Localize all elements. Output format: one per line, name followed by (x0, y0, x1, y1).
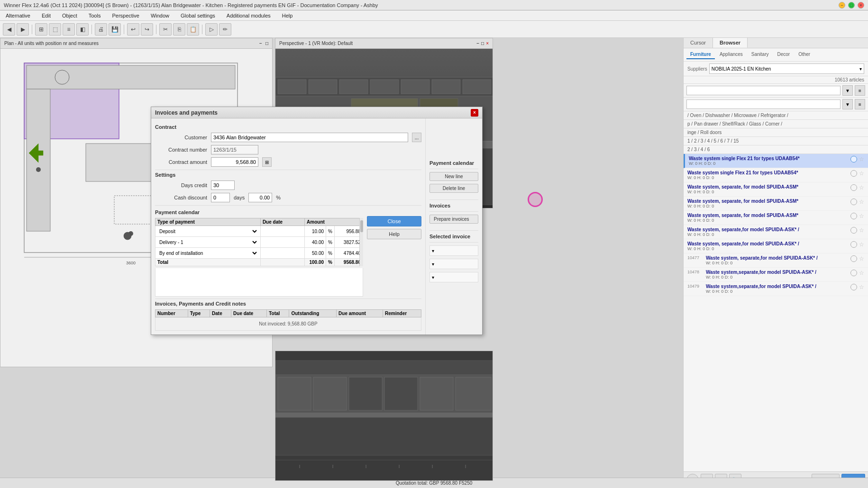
cut-button[interactable]: ✂ (159, 23, 172, 36)
dialog-close-button[interactable]: × (471, 109, 478, 117)
article-star-5[interactable]: ☆ (859, 213, 864, 219)
save-button[interactable]: 💾 (109, 23, 121, 36)
article-star-3[interactable]: ☆ (859, 184, 864, 191)
persp-close-btn[interactable]: × (486, 41, 489, 46)
payment-amount-2[interactable]: 3827.52 (335, 237, 363, 248)
paste-button[interactable]: 📋 (187, 23, 199, 36)
maximize-button[interactable]: □ (848, 2, 855, 9)
supplier-dropdown[interactable]: NOBILIA 2025-1 EN Kitchen ▾ (709, 63, 864, 74)
persp-minimize-btn[interactable]: − (476, 41, 479, 46)
payment-type-installation[interactable]: By end of installation (155, 248, 261, 259)
page-nav-1[interactable]: 1 / 2 / 3 / 4 / 5 / 6 / 7 / 15 (684, 137, 868, 145)
list-item-8[interactable]: 10477 Waste system, separate,for model S… (684, 253, 868, 268)
3d-view-button[interactable]: ⬚ (49, 23, 61, 36)
article-star-1[interactable]: ☆ (859, 156, 864, 163)
article-select-5[interactable] (850, 213, 857, 219)
breadcrumb-2[interactable]: p / Pan drawer / Shelf/Rack / Glass / Co… (684, 120, 868, 128)
payment-type-delivery[interactable]: Delivery - 1 (155, 237, 261, 248)
payment-pct-2[interactable]: 40.00 (305, 237, 326, 248)
list-item-10[interactable]: 10479 Waste system,separate,for model SP… (684, 282, 868, 296)
delete-line-button[interactable]: Delete line (429, 184, 478, 193)
selected-inv-dropdown-1[interactable]: ▾ (429, 245, 478, 256)
payment-type-select-2[interactable]: Delivery - 1 (157, 238, 258, 246)
selected-inv-dropdown-3[interactable]: ▾ (429, 272, 478, 282)
plan-view-button[interactable]: ⊞ (35, 23, 47, 36)
payment-pct-1[interactable]: 10.00 (305, 226, 326, 237)
payment-due-date-1[interactable] (260, 226, 304, 237)
article-select-9[interactable] (850, 270, 857, 276)
persp-title-btns[interactable]: − □ × (476, 41, 489, 46)
article-select-6[interactable] (850, 227, 857, 234)
menu-tools[interactable]: Tools (87, 12, 103, 19)
cat-tab-furniture[interactable]: Furniture (686, 50, 715, 59)
prepare-invoices-button[interactable]: Prepare invoices (429, 215, 478, 224)
selected-inv-dropdown-2[interactable]: ▾ (429, 259, 478, 269)
elevation-button[interactable]: ≡ (63, 23, 75, 36)
list-item-9[interactable]: 10478 Waste system,separate,for model SP… (684, 268, 868, 282)
tab-browser[interactable]: Browser (713, 38, 748, 48)
back-button[interactable]: ◀ (3, 23, 15, 36)
breadcrumb-3[interactable]: inge / Roll doors (684, 128, 868, 137)
days-credit-input[interactable] (211, 181, 235, 190)
filter-btn-2[interactable]: ▼ (842, 99, 853, 109)
minimize-button[interactable]: − (839, 2, 845, 9)
payment-due-date-2[interactable] (260, 237, 304, 248)
cat-tab-decor[interactable]: Decor (774, 50, 794, 59)
payment-amount-1[interactable]: 956.88 (335, 226, 363, 237)
plan-minimize-btn[interactable]: − (259, 41, 262, 46)
print-button[interactable]: 🖨 (95, 23, 107, 36)
list-item-1[interactable]: Waste system single Flex 21 for types UD… (684, 154, 868, 168)
filter-icon-btn-1[interactable]: ≡ (855, 85, 865, 96)
undo-button[interactable]: ↩ (127, 23, 139, 36)
menu-object[interactable]: Object (60, 12, 79, 19)
filter-input-1[interactable] (686, 86, 841, 95)
tab-cursor[interactable]: Cursor (684, 38, 713, 48)
close-button[interactable]: Close (367, 216, 421, 226)
list-item-6[interactable]: Waste system, separate,for model SPUIDA-… (684, 225, 868, 239)
cat-tab-sanitary[interactable]: Sanitary (748, 50, 773, 59)
filter-input-2[interactable] (686, 99, 841, 109)
payment-amount-3[interactable]: 4784.40 (335, 248, 363, 259)
customer-input[interactable] (211, 133, 408, 142)
list-item-3[interactable]: Waste system, separate, for model SPUIDA… (684, 182, 868, 197)
section-button[interactable]: ◧ (76, 23, 89, 36)
forward-button[interactable]: ▶ (17, 23, 29, 36)
cat-tab-appliances[interactable]: Appliances (716, 50, 747, 59)
persp-maximize-btn[interactable]: □ (481, 41, 484, 46)
payment-type-select-1[interactable]: Deposit (157, 227, 258, 235)
menu-help[interactable]: Help (280, 12, 295, 19)
menu-additional-modules[interactable]: Additional modules (225, 12, 273, 19)
draw-button[interactable]: ✏ (219, 23, 231, 36)
copy-button[interactable]: ⎘ (173, 23, 185, 36)
article-star-4[interactable]: ☆ (859, 199, 864, 205)
filter-btn-1[interactable]: ▼ (842, 85, 853, 96)
page-nav-2[interactable]: 2 / 3 / 4 / 6 (684, 145, 868, 154)
menu-edit[interactable]: Edit (40, 12, 53, 19)
payment-table-scrollbar[interactable] (359, 218, 363, 266)
window-controls[interactable]: − □ × (839, 2, 864, 9)
payment-pct-3[interactable]: 50.00 (305, 248, 326, 259)
cash-discount-pct-input[interactable] (248, 193, 272, 202)
payment-type-select-3[interactable]: By end of installation (157, 249, 258, 257)
scroll-thumb[interactable] (360, 220, 363, 232)
article-star-8[interactable]: ☆ (859, 255, 864, 262)
filter-icon-btn-2[interactable]: ≡ (855, 99, 865, 109)
menu-window[interactable]: Window (149, 12, 171, 19)
bottom-persp-content[interactable]: | | | | | | (275, 351, 493, 480)
article-select-7[interactable] (850, 241, 857, 248)
customer-browse-btn[interactable]: ... (412, 133, 421, 142)
contract-number-input[interactable] (211, 145, 258, 154)
payment-due-date-3[interactable] (260, 248, 304, 259)
contract-amount-btn[interactable]: ⊞ (262, 157, 272, 167)
plan-title-buttons[interactable]: − □ (259, 41, 268, 46)
payment-type-deposit[interactable]: Deposit (155, 226, 261, 237)
article-select-2[interactable] (850, 170, 857, 177)
redo-button[interactable]: ↪ (141, 23, 153, 36)
contract-amount-input[interactable] (211, 157, 258, 167)
menu-perspective[interactable]: Perspective (110, 12, 141, 19)
list-item-2[interactable]: Waste system single Flex 21 for types UD… (684, 168, 868, 182)
new-line-button[interactable]: New line (429, 172, 478, 181)
list-item-4[interactable]: Waste system, separate, for model SPUIDA… (684, 197, 868, 211)
article-select-1[interactable] (850, 156, 857, 163)
article-star-9[interactable]: ☆ (859, 270, 864, 276)
